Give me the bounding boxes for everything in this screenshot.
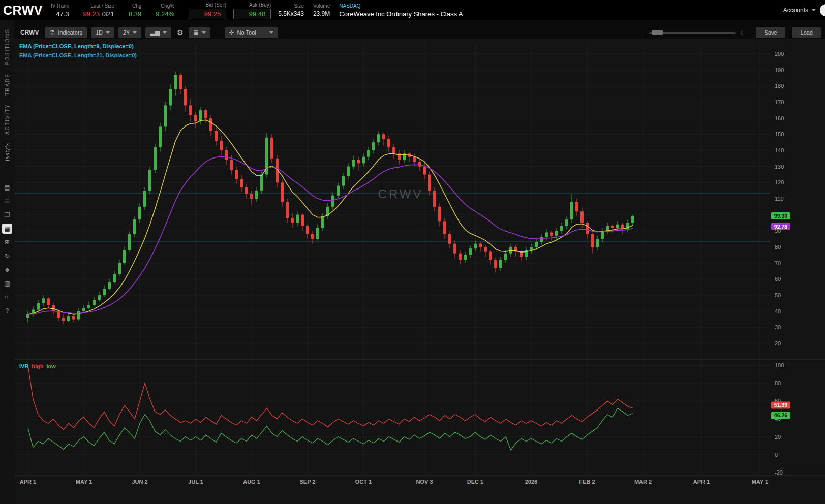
ask-button[interactable]: 99.40 bbox=[233, 9, 271, 19]
svg-text:170: 170 bbox=[775, 99, 784, 105]
svg-text:MAY 1: MAY 1 bbox=[76, 479, 92, 485]
svg-text:51.99: 51.99 bbox=[774, 402, 787, 408]
svg-text:99.30: 99.30 bbox=[774, 213, 787, 219]
svg-text:MAR 2: MAR 2 bbox=[634, 479, 652, 485]
svg-text:92.78: 92.78 bbox=[774, 224, 787, 230]
history-icon[interactable]: ↻ bbox=[2, 251, 12, 261]
chevron-down-icon bbox=[163, 32, 167, 34]
chart-settings-button[interactable]: ⚙ bbox=[175, 27, 185, 38]
zoom-in-button[interactable]: + bbox=[740, 28, 744, 37]
help-icon[interactable]: ? bbox=[2, 306, 12, 316]
chart-area[interactable]: 2001901801701601501401301201101009080706… bbox=[14, 39, 825, 504]
svg-text:150: 150 bbox=[775, 131, 784, 137]
tool-value: No Tool bbox=[237, 29, 256, 36]
drawing-tool-dropdown[interactable]: ✛ No Tool bbox=[225, 27, 278, 38]
svg-text:FEB 2: FEB 2 bbox=[579, 479, 595, 485]
crosshair-icon: ✛ bbox=[229, 29, 234, 36]
chart-image-icon[interactable]: ▤ bbox=[2, 182, 12, 193]
svg-text:190: 190 bbox=[775, 67, 784, 73]
sidebar-tab-activity[interactable]: ACTIVITY bbox=[5, 104, 10, 135]
chg-pct-label: Chg% bbox=[161, 2, 174, 10]
size-field: Size 5.5Kx343 bbox=[278, 2, 304, 18]
chevron-down-icon bbox=[133, 32, 137, 34]
ask-label: Ask (Buy) bbox=[249, 1, 271, 9]
accounts-label: Accounts bbox=[783, 7, 808, 14]
bid-label: Bid (Sell) bbox=[206, 1, 227, 9]
svg-text:140: 140 bbox=[775, 147, 784, 153]
timeframe-dropdown[interactable]: 1D bbox=[91, 27, 114, 38]
candlestick-chart-icon[interactable]: ▦ bbox=[2, 224, 12, 234]
chevron-down-icon bbox=[812, 9, 816, 11]
window-icon[interactable]: ❐ bbox=[2, 210, 12, 220]
chevron-down-icon bbox=[106, 32, 110, 34]
svg-text:180: 180 bbox=[775, 83, 784, 89]
svg-text:30: 30 bbox=[775, 324, 781, 330]
bid-button[interactable]: 99.25 bbox=[189, 9, 226, 19]
svg-text:OCT 1: OCT 1 bbox=[355, 479, 372, 485]
range-value: 2Y bbox=[123, 29, 130, 36]
chevron-down-icon bbox=[202, 32, 206, 34]
company-name: CoreWeave Inc Ordinary Shares - Class A bbox=[339, 10, 463, 18]
symbol-title: CRWV bbox=[0, 3, 51, 18]
svg-text:80: 80 bbox=[775, 380, 781, 386]
exchange-label: NASDAQ bbox=[339, 3, 360, 10]
zoom-slider[interactable] bbox=[649, 32, 736, 34]
zoom-control: − + bbox=[641, 28, 744, 37]
save-button[interactable]: Save bbox=[756, 27, 785, 38]
gear-icon: ⚙ bbox=[177, 29, 184, 36]
svg-text:-20: -20 bbox=[775, 469, 783, 476]
svg-text:200: 200 bbox=[775, 51, 784, 57]
iv-rank-field: IV Rank 47.3 bbox=[51, 2, 69, 18]
indicators-button[interactable]: ⚗ Indicators bbox=[45, 27, 86, 38]
accounts-dropdown[interactable]: Accounts bbox=[783, 7, 820, 14]
sidebar-tab-positions[interactable]: POSITIONS bbox=[5, 28, 10, 65]
svg-text:160: 160 bbox=[775, 115, 784, 121]
svg-text:50: 50 bbox=[775, 292, 781, 298]
svg-text:AUG 1: AUG 1 bbox=[243, 479, 260, 485]
svg-text:APR 1: APR 1 bbox=[20, 479, 36, 485]
people-icon[interactable]: ☻ bbox=[2, 265, 12, 275]
svg-text:70: 70 bbox=[775, 260, 781, 266]
chart-canvas[interactable]: 2001901801701601501401301201101009080706… bbox=[14, 39, 825, 504]
volume-label: Volume bbox=[313, 2, 330, 10]
size-label: Size bbox=[294, 2, 303, 10]
svg-text:60: 60 bbox=[775, 276, 781, 282]
account-avatar[interactable] bbox=[820, 4, 825, 16]
watchlist-icon[interactable]: ☰ bbox=[2, 196, 12, 206]
chart-symbol-label: CRWV bbox=[20, 29, 39, 36]
svg-text:DEC 1: DEC 1 bbox=[467, 479, 483, 485]
chg-value: 8.39 bbox=[129, 10, 141, 18]
bid-field: Bid (Sell) 99.25 bbox=[189, 1, 226, 19]
svg-text:0: 0 bbox=[775, 452, 778, 458]
svg-text:120: 120 bbox=[775, 179, 784, 185]
grid-icon[interactable]: ⊞ bbox=[2, 237, 12, 247]
range-dropdown[interactable]: 2Y bbox=[118, 27, 141, 38]
sidebar-tab-trade[interactable]: TRADE bbox=[5, 73, 10, 96]
last-price: 99.23 bbox=[83, 10, 100, 18]
sidebar-tab-tastyfx[interactable]: tastyfx bbox=[5, 143, 10, 161]
instrument-name-block: NASDAQ CoreWeave Inc Ordinary Shares - C… bbox=[339, 3, 463, 18]
last-trade-size: /321 bbox=[102, 10, 114, 18]
zoom-slider-handle[interactable] bbox=[652, 30, 663, 35]
chg-pct-value: 9.24% bbox=[156, 10, 174, 18]
volume-value: 23.9M bbox=[313, 10, 330, 18]
svg-text:NOV 3: NOV 3 bbox=[416, 479, 433, 485]
chg-pct-field: Chg% 9.24% bbox=[156, 2, 174, 18]
layers-dropdown[interactable]: ≣ bbox=[189, 27, 210, 38]
volume-field: Volume 23.9M bbox=[313, 2, 330, 18]
svg-text:110: 110 bbox=[775, 196, 784, 202]
timeframe-value: 1D bbox=[96, 29, 103, 36]
svg-text:SEP 2: SEP 2 bbox=[300, 479, 316, 485]
iv-rank-label: IV Rank bbox=[51, 2, 69, 10]
load-button[interactable]: Load bbox=[792, 27, 821, 38]
svg-text:20: 20 bbox=[775, 340, 781, 346]
quote-header: CRWV IV Rank 47.3 Last / Size 99.23 /321… bbox=[0, 0, 825, 20]
money-icon[interactable]: ▥ bbox=[2, 278, 12, 289]
zoom-out-button[interactable]: − bbox=[641, 28, 645, 37]
fe-badge[interactable]: FE bbox=[2, 292, 12, 302]
last-size-label: Last / Size bbox=[90, 2, 114, 10]
ask-field: Ask (Buy) 99.40 bbox=[233, 1, 271, 19]
svg-text:130: 130 bbox=[775, 164, 784, 170]
flask-icon: ⚗ bbox=[49, 29, 55, 36]
chart-type-dropdown[interactable]: ▃▅ bbox=[145, 27, 171, 38]
